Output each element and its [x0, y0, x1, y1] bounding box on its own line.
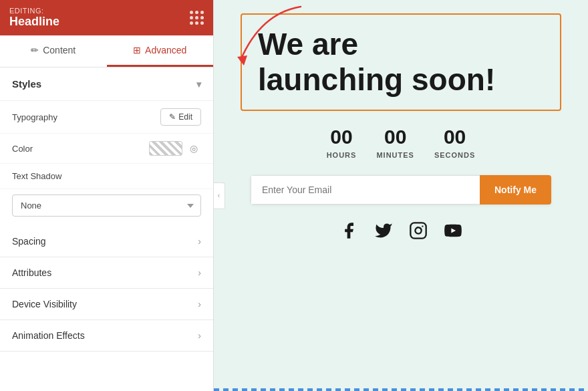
- drag-handle-icon[interactable]: [190, 11, 204, 25]
- color-label: Color: [12, 144, 33, 154]
- email-input[interactable]: [251, 175, 480, 205]
- spacing-chevron-icon: ›: [198, 236, 201, 247]
- twitter-icon[interactable]: [372, 219, 395, 242]
- facebook-icon[interactable]: [337, 219, 360, 242]
- device-visibility-accordion: Device Visibility ›: [0, 289, 213, 320]
- countdown-row: 00 HOURS 00 MINUTES 00 SECONDS: [327, 126, 476, 160]
- spacing-header[interactable]: Spacing ›: [0, 226, 213, 257]
- countdown-hours: 00 HOURS: [327, 126, 357, 160]
- attributes-chevron-icon: ›: [198, 267, 201, 278]
- editing-title: Headline: [9, 15, 59, 29]
- notify-button[interactable]: Notify Me: [480, 175, 551, 205]
- color-picker-icon[interactable]: ◎: [186, 141, 201, 156]
- attributes-accordion: Attributes ›: [0, 257, 213, 289]
- right-panel: ‹ We arelaunching soon! 00 HOURS 00 MINU…: [214, 0, 588, 391]
- animation-effects-header[interactable]: Animation Effects ›: [0, 320, 213, 351]
- countdown-minutes: 00 MINUTES: [376, 126, 414, 160]
- styles-label: Styles: [12, 78, 41, 90]
- seconds-label: SECONDS: [434, 151, 475, 159]
- color-swatch-group: ◎: [149, 141, 201, 156]
- animation-effects-chevron-icon: ›: [198, 330, 201, 341]
- hours-number: 00: [327, 126, 357, 148]
- color-swatch[interactable]: [149, 141, 182, 156]
- edit-icon: ✎: [169, 112, 176, 122]
- animation-effects-label: Animation Effects: [12, 330, 85, 341]
- left-panel: EDITING: Headline ✏ Content ⊞ Advanced S…: [0, 0, 214, 391]
- attributes-header[interactable]: Attributes ›: [0, 257, 213, 288]
- device-visibility-label: Device Visibility: [12, 299, 77, 309]
- editing-title-group: EDITING: Headline: [9, 7, 59, 29]
- text-shadow-label: Text Shadow: [12, 171, 61, 181]
- youtube-icon[interactable]: [442, 219, 464, 242]
- panel-collapse-handle[interactable]: ‹: [214, 182, 225, 209]
- text-shadow-dropdown-row: None: [0, 189, 213, 226]
- animation-effects-accordion: Animation Effects ›: [0, 320, 213, 352]
- typography-label: Typography: [12, 112, 57, 122]
- device-visibility-header[interactable]: Device Visibility ›: [0, 289, 213, 319]
- spacing-accordion: Spacing ›: [0, 226, 213, 257]
- pencil-icon: ✏: [31, 45, 39, 55]
- styles-section: Styles ▾ Typography ✎ Edit Color ◎ Text …: [0, 68, 213, 226]
- tabs-row: ✏ Content ⊞ Advanced: [0, 35, 213, 68]
- device-visibility-chevron-icon: ›: [198, 299, 201, 309]
- tab-advanced-label: Advanced: [145, 45, 186, 55]
- chevron-down-icon: ▾: [196, 79, 201, 90]
- tab-content-label: Content: [43, 45, 76, 55]
- tab-advanced[interactable]: ⊞ Advanced: [107, 35, 214, 67]
- tab-content[interactable]: ✏ Content: [0, 35, 107, 67]
- spacing-label: Spacing: [12, 236, 46, 247]
- typography-row: Typography ✎ Edit: [0, 101, 213, 134]
- headline-text: We arelaunching soon!: [258, 27, 544, 98]
- headline-box: We arelaunching soon!: [241, 13, 561, 111]
- seconds-number: 00: [434, 126, 475, 148]
- svg-rect-1: [410, 223, 426, 238]
- styles-section-header[interactable]: Styles ▾: [0, 68, 213, 101]
- countdown-seconds: 00 SECONDS: [434, 126, 475, 160]
- bottom-border: [214, 388, 588, 391]
- instagram-icon[interactable]: [407, 219, 430, 242]
- color-row: Color ◎: [0, 134, 213, 164]
- attributes-label: Attributes: [12, 267, 51, 278]
- sliders-icon: ⊞: [133, 45, 141, 55]
- text-shadow-row: Text Shadow: [0, 164, 213, 189]
- email-row: Notify Me: [251, 175, 551, 205]
- edit-label: Edit: [178, 112, 192, 122]
- social-row: [337, 219, 464, 242]
- text-shadow-select[interactable]: None: [12, 194, 201, 217]
- hours-label: HOURS: [327, 151, 357, 159]
- minutes-label: MINUTES: [376, 151, 414, 159]
- typography-edit-button[interactable]: ✎ Edit: [160, 108, 201, 126]
- editing-label: EDITING:: [9, 7, 59, 15]
- editing-header: EDITING: Headline: [0, 0, 213, 35]
- minutes-number: 00: [376, 126, 414, 148]
